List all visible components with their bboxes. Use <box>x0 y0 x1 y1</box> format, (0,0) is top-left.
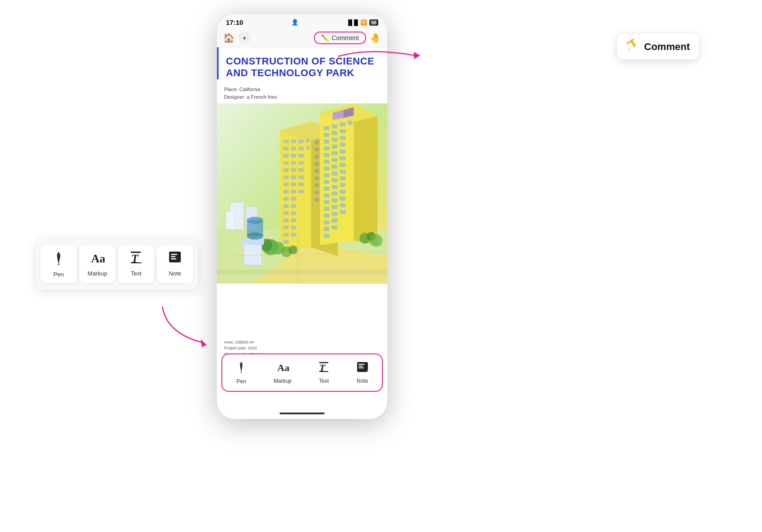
svg-rect-146 <box>358 367 364 368</box>
svg-rect-117 <box>324 227 330 231</box>
svg-rect-99 <box>340 176 346 180</box>
doc-project-year: Project year: 2022 <box>224 345 380 352</box>
svg-marker-149 <box>628 48 630 51</box>
svg-rect-37 <box>283 204 289 208</box>
svg-rect-101 <box>332 185 338 189</box>
float-note-icon <box>168 251 182 267</box>
svg-rect-113 <box>332 212 338 216</box>
svg-rect-100 <box>324 187 330 191</box>
phone-toolbar: Pen Aa Markup T Text <box>221 353 383 392</box>
svg-rect-84 <box>340 143 346 147</box>
svg-text:Aa: Aa <box>277 362 289 373</box>
svg-rect-90 <box>340 156 346 160</box>
svg-rect-35 <box>283 197 289 201</box>
battery-indicator: 98 <box>369 19 378 26</box>
svg-rect-87 <box>340 149 346 153</box>
float-note-item[interactable]: Note <box>157 245 193 283</box>
note-label: Note <box>357 378 368 384</box>
float-markup-label: Markup <box>87 270 107 277</box>
toolbar-note-item[interactable]: Note <box>352 359 373 386</box>
svg-rect-105 <box>340 190 346 194</box>
svg-point-127 <box>370 234 382 247</box>
doc-meta: Place: California Designer: a French fri… <box>217 79 387 103</box>
svg-rect-59 <box>315 169 319 173</box>
svg-rect-85 <box>324 153 330 157</box>
svg-rect-91 <box>324 166 330 170</box>
svg-rect-43 <box>283 226 289 229</box>
status-icons: ▐▌█ 🛜 98 <box>346 19 378 26</box>
svg-rect-24 <box>291 168 296 172</box>
svg-rect-17 <box>283 154 289 157</box>
svg-rect-65 <box>315 191 319 194</box>
svg-rect-82 <box>324 147 330 151</box>
svg-rect-138 <box>241 372 242 373</box>
svg-rect-40 <box>291 211 296 215</box>
svg-point-132 <box>247 233 263 240</box>
svg-rect-74 <box>340 123 346 127</box>
svg-rect-18 <box>291 154 296 157</box>
float-markup-item[interactable]: Aa Markup <box>79 245 115 283</box>
hand-icon[interactable]: 🤚 <box>370 32 381 43</box>
svg-rect-75 <box>348 121 352 125</box>
chevron-down-button[interactable]: ▾ <box>238 32 251 44</box>
float-pen-label: Pen <box>53 271 64 278</box>
text-label: Text <box>319 378 329 384</box>
floating-tools-panel: Pen Aa Markup T Text <box>36 239 197 289</box>
svg-rect-13 <box>283 147 289 151</box>
svg-rect-128 <box>244 243 262 265</box>
building-illustration <box>217 103 387 284</box>
svg-rect-25 <box>298 168 304 172</box>
svg-rect-93 <box>340 163 346 167</box>
svg-rect-19 <box>298 154 304 157</box>
svg-rect-31 <box>298 183 304 186</box>
svg-rect-143 <box>357 362 368 372</box>
svg-rect-45 <box>283 233 289 237</box>
text-icon: T <box>318 361 330 376</box>
svg-rect-81 <box>340 136 346 140</box>
svg-rect-11 <box>298 140 304 143</box>
svg-rect-104 <box>332 192 338 196</box>
chevron-icon: ▾ <box>243 35 246 41</box>
svg-rect-112 <box>324 214 330 218</box>
svg-marker-68 <box>353 104 377 245</box>
comment-icon: ✏️ <box>321 34 329 41</box>
svg-rect-111 <box>340 203 346 207</box>
floating-comment-icon <box>626 38 640 55</box>
svg-rect-14 <box>291 147 296 151</box>
svg-rect-103 <box>324 193 330 197</box>
svg-rect-41 <box>283 219 289 222</box>
float-markup-icon: Aa <box>90 251 105 267</box>
float-text-item[interactable]: T Text <box>118 245 154 283</box>
svg-rect-89 <box>332 158 338 162</box>
svg-rect-86 <box>332 151 338 155</box>
svg-rect-114 <box>340 210 346 214</box>
svg-rect-54 <box>315 155 319 158</box>
toolbar-markup-item[interactable]: Aa Markup <box>269 359 296 386</box>
svg-rect-83 <box>332 145 338 149</box>
svg-rect-63 <box>315 183 319 187</box>
float-text-label: Text <box>131 270 142 277</box>
status-bar: 17:10 👤 ▐▌█ 🛜 98 <box>217 14 387 29</box>
svg-rect-16 <box>306 146 310 150</box>
svg-rect-118 <box>332 225 338 229</box>
floating-comment-card[interactable]: Comment <box>617 34 699 60</box>
svg-rect-73 <box>332 124 338 128</box>
svg-rect-28 <box>298 175 304 179</box>
toolbar-text-item[interactable]: T Text <box>313 359 334 386</box>
floating-comment-label: Comment <box>644 41 690 53</box>
home-indicator <box>280 413 325 414</box>
svg-rect-141 <box>319 362 328 363</box>
toolbar-pen-item[interactable]: Pen <box>231 359 252 386</box>
svg-rect-21 <box>291 161 296 165</box>
home-icon[interactable]: 🏠 <box>223 32 234 43</box>
svg-rect-115 <box>324 220 330 225</box>
status-time: 17:10 <box>226 18 243 26</box>
float-pen-icon <box>52 251 65 268</box>
float-pen-item[interactable]: Pen <box>41 245 77 283</box>
svg-rect-110 <box>332 205 338 209</box>
svg-rect-102 <box>340 183 346 187</box>
svg-rect-144 <box>358 364 365 365</box>
svg-text:T: T <box>131 252 139 264</box>
comment-button[interactable]: ✏️ Comment <box>314 32 366 44</box>
svg-rect-36 <box>291 197 296 201</box>
